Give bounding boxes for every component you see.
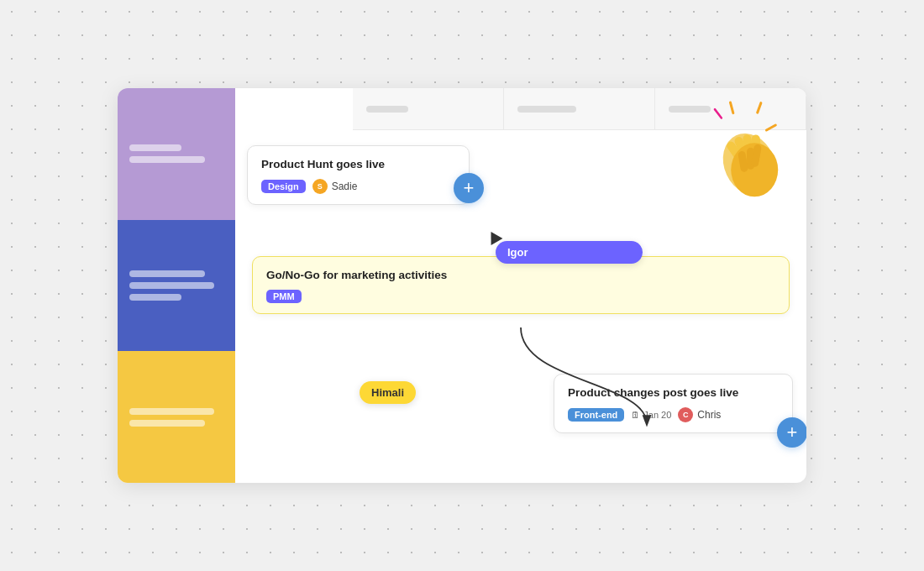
sidebar-bar [129, 294, 181, 301]
sidebar [118, 88, 235, 483]
sidebar-section-yellow [118, 351, 235, 483]
svg-line-2 [766, 125, 776, 130]
main-board: Product Hunt goes live Design S Sadie + … [118, 88, 806, 483]
celebration-emoji [676, 88, 806, 218]
svg-line-1 [755, 103, 763, 113]
header-bar [517, 106, 576, 113]
tag-frontend: Front-end [568, 408, 624, 422]
sidebar-section-blue [118, 220, 235, 352]
add-card-button-3[interactable]: + [777, 417, 806, 448]
card-product-hunt[interactable]: Product Hunt goes live Design S Sadie + [247, 145, 470, 205]
sidebar-bar [129, 282, 214, 289]
avatar-chris: C [678, 407, 693, 422]
tooltip-himali: Himali [360, 381, 416, 404]
sidebar-bar [129, 144, 181, 151]
assignee-name: Sadie [332, 181, 358, 192]
card-title: Go/No-Go for marketing activities [266, 269, 775, 281]
assignee-name: Chris [697, 409, 721, 421]
calendar-icon: 🗓 [631, 410, 640, 420]
sidebar-bar [129, 408, 214, 415]
card-tags: PMM [266, 290, 775, 303]
card-tags: Front-end 🗓 Jan 20 C Chris [568, 407, 779, 422]
svg-line-0 [730, 102, 732, 113]
tag-pmm: PMM [266, 290, 302, 303]
svg-line-3 [715, 108, 722, 119]
sidebar-bar [129, 156, 205, 163]
header-bar [366, 106, 408, 113]
card-product-changes[interactable]: Product changes post goes live Front-end… [554, 374, 793, 433]
card-title: Product changes post goes live [568, 386, 779, 399]
add-card-button-1[interactable]: + [454, 173, 484, 203]
content-area: Product Hunt goes live Design S Sadie + … [235, 88, 806, 483]
assignee-chip: C Chris [678, 407, 721, 422]
sidebar-section-purple [118, 88, 235, 220]
clapping-hands-svg [676, 88, 806, 218]
avatar-sadie: S [312, 179, 328, 194]
assignee-chip: S Sadie [312, 179, 358, 194]
due-date: Jan 20 [643, 410, 671, 420]
sidebar-bar [129, 420, 205, 427]
header-cell-1 [353, 88, 504, 129]
date-chip: 🗓 Jan 20 [631, 410, 671, 420]
tooltip-igor: Igor [496, 241, 643, 264]
card-go-nogo[interactable]: Go/No-Go for marketing activities PMM [252, 256, 790, 314]
card-tags: Design S Sadie [261, 179, 455, 194]
sidebar-bar [129, 270, 205, 277]
tag-design: Design [261, 180, 306, 193]
header-cell-2 [504, 88, 655, 129]
card-title: Product Hunt goes live [261, 158, 455, 170]
